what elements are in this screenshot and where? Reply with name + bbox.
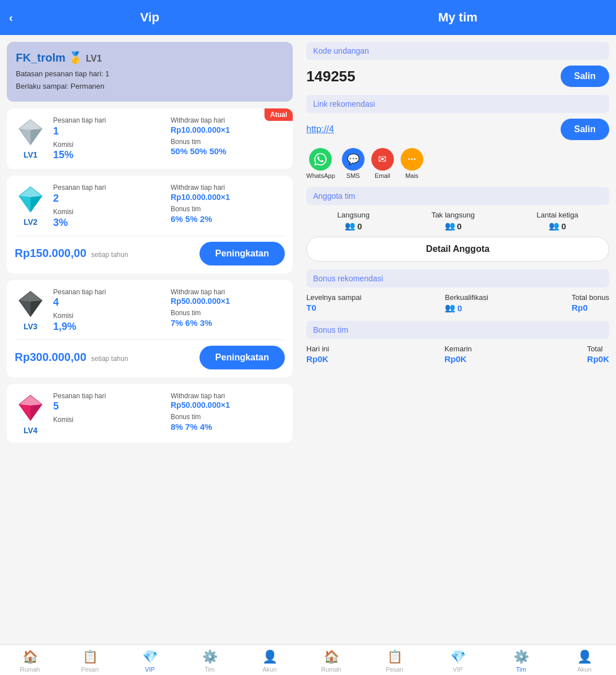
nav-tim-right[interactable]: ⚙️ Tim xyxy=(489,650,553,673)
bonus-rekomendasi-section: Levelnya sampai T0 Berkualifikasi 👥0 Tot… xyxy=(306,293,609,313)
nav-vip-right[interactable]: 💎 VIP xyxy=(426,650,489,673)
komisi-label-lv2: Komisi xyxy=(53,208,167,217)
lv4-label: LV4 xyxy=(24,426,38,435)
daily-order-limit: Batasan pesanan tiap hari: 1 xyxy=(16,68,284,80)
user-level: LV1 xyxy=(86,54,102,63)
whatsapp-share-button[interactable]: WhatsApp xyxy=(306,148,335,179)
nav-tim-left[interactable]: ⚙️ Tim xyxy=(180,650,240,673)
lantai-ketiga-label: Lantai ketiga xyxy=(537,211,579,219)
svg-marker-1 xyxy=(19,120,42,130)
lv3-label: LV3 xyxy=(24,322,38,331)
withdraw-label-lv2: Withdraw tiap hari xyxy=(171,184,285,193)
lantai-ketiga-value: 👥0 xyxy=(549,221,566,231)
komisi-label-lv3: Komisi xyxy=(53,312,167,321)
kemarin-col: Kemarin Rp0K xyxy=(444,345,471,364)
sms-share-button[interactable]: 💬 SMS xyxy=(342,148,365,179)
berkualifikasi-col: Berkualifikasi 👥0 xyxy=(445,293,488,313)
vip-icon-left: 💎 xyxy=(142,650,158,664)
bonus-label-lv3: Bonus tim xyxy=(171,309,285,318)
back-button[interactable]: ‹ xyxy=(9,11,13,24)
pesanan-value-lv4: 5 xyxy=(53,400,167,412)
levelnya-value: T0 xyxy=(306,303,362,312)
bonus-tim-header: Bonus tim xyxy=(306,321,609,339)
salin-kode-button[interactable]: Salin xyxy=(561,66,609,87)
komisi-label-lv4: Komisi xyxy=(53,416,167,425)
bonus-tim-section: Hari ini Rp0K Kemarin Rp0K Total Rp0K xyxy=(306,345,609,364)
hari-ini-label: Hari ini xyxy=(306,345,329,353)
komisi-value-lv3: 1,9% xyxy=(53,321,167,333)
total-bonus-label: Total bonus xyxy=(572,293,610,302)
user-card: FK_trolm 🥇 LV1 Batasan pesanan tiap hari… xyxy=(7,42,293,102)
akun-icon-right: 👤 xyxy=(577,650,592,664)
diamond-lv1 xyxy=(15,116,46,148)
nav-akun-label-left: Akun xyxy=(262,666,276,673)
langsung-label: Langsung xyxy=(337,211,370,219)
nav-akun-label-right: Akun xyxy=(577,666,591,673)
bonus-rekomendasi-grid: Levelnya sampai T0 Berkualifikasi 👥0 Tot… xyxy=(306,293,609,313)
nav-akun-right[interactable]: 👤 Akun xyxy=(553,650,616,673)
sms-icon: 💬 xyxy=(342,148,365,171)
lv2-price: Rp150.000,00 xyxy=(15,247,86,259)
nav-pesan-left[interactable]: 📋 Pesan xyxy=(60,650,120,673)
withdraw-label-lv3: Withdraw tiap hari xyxy=(171,288,285,297)
vip-card-lv3: LV3 Pesanan tiap hari 4 Komisi 1,9% With… xyxy=(7,280,293,377)
nav-rumah-left[interactable]: 🏠 Rumah xyxy=(0,650,60,673)
bonus-values-lv3: 7% 6% 3% xyxy=(171,318,285,328)
lv2-upgrade-button[interactable]: Peningkatan xyxy=(199,242,285,265)
home-icon-right: 🏠 xyxy=(324,650,339,664)
bonus-values-lv4: 8% 7% 4% xyxy=(171,422,285,432)
right-bottom-nav: 🏠 Rumah 📋 Pesan 💎 VIP ⚙️ Tim 👤 Akun xyxy=(300,644,616,675)
bonus-values-lv2: 6% 5% 2% xyxy=(171,214,285,224)
nav-tim-label-left: Tim xyxy=(205,666,215,673)
withdraw-value-lv4: Rp50.000.000×1 xyxy=(171,400,285,410)
pesan-icon-left: 📋 xyxy=(83,650,98,664)
user-name: FK_trolm 🥇 LV1 xyxy=(16,51,284,64)
tim-icon-right: ⚙️ xyxy=(514,650,529,664)
lv3-price: Rp300.000,00 xyxy=(15,351,86,363)
anggota-tim-header: Anggota tim xyxy=(306,187,609,205)
nav-rumah-right[interactable]: 🏠 Rumah xyxy=(300,650,363,673)
pesanan-label-lv4: Pesanan tiap hari xyxy=(53,392,167,401)
mais-icon: ··· xyxy=(401,148,423,171)
nav-akun-left[interactable]: 👤 Akun xyxy=(240,650,300,673)
mais-share-button[interactable]: ··· Mais xyxy=(401,148,423,179)
pesanan-value-lv2: 2 xyxy=(53,193,167,204)
anggota-section: Langsung 👥0 Tak langsung 👥0 Lantai ketig… xyxy=(306,211,609,262)
pesanan-label-lv1: Pesanan tiap hari xyxy=(53,116,167,125)
nav-pesan-label-right: Pesan xyxy=(385,666,403,673)
nav-vip-left[interactable]: 💎 VIP xyxy=(120,650,180,673)
mytim-title: My tim xyxy=(438,10,478,24)
email-share-button[interactable]: ✉ Email xyxy=(371,148,394,179)
lv3-upgrade-button[interactable]: Peningkatan xyxy=(199,346,285,369)
pesan-icon-right: 📋 xyxy=(387,650,402,664)
email-icon: ✉ xyxy=(371,148,394,171)
atual-badge: Atual xyxy=(264,108,293,121)
invite-code-row: 149255 Salin xyxy=(306,66,609,87)
mytim-header: My tim xyxy=(300,0,616,35)
nav-pesan-right[interactable]: 📋 Pesan xyxy=(363,650,426,673)
total-bonus-value: Rp0 xyxy=(572,303,610,312)
nav-tim-label-right: Tim xyxy=(516,666,526,673)
bonus-tim-grid: Hari ini Rp0K Kemarin Rp0K Total Rp0K xyxy=(306,345,609,364)
svg-marker-13 xyxy=(19,395,42,406)
withdraw-value-lv2: Rp10.000.000×1 xyxy=(171,193,285,202)
hari-ini-col: Hari ini Rp0K xyxy=(306,345,329,364)
salin-link-button[interactable]: Salin xyxy=(561,119,609,140)
hari-ini-value: Rp0K xyxy=(306,354,329,364)
left-panel: ‹ Vip FK_trolm 🥇 LV1 Batasan pesanan tia… xyxy=(0,0,300,675)
mytim-content: Kode undangan 149255 Salin Link rekomend… xyxy=(300,35,616,644)
svg-marker-5 xyxy=(19,187,42,197)
levelnya-col: Levelnya sampai T0 xyxy=(306,293,362,313)
lv3-price-sub: setiap tahun xyxy=(91,355,128,363)
berkualifikasi-label: Berkualifikasi xyxy=(445,293,488,302)
right-panel: My tim Kode undangan 149255 Salin Link r… xyxy=(300,0,616,675)
anggota-stats: Langsung 👥0 Tak langsung 👥0 Lantai ketig… xyxy=(306,211,609,231)
lv2-price-sub: setiap tahun xyxy=(91,251,128,259)
diamond-lv3 xyxy=(15,288,46,320)
langsung-stat: Langsung 👥0 xyxy=(337,211,370,231)
nav-vip-label-right: VIP xyxy=(453,666,463,673)
diamond-lv4 xyxy=(15,392,46,424)
share-buttons-row: WhatsApp 💬 SMS ✉ Email ··· Mais xyxy=(306,148,609,179)
detail-anggota-button[interactable]: Detail Anggota xyxy=(306,237,609,262)
vip-icon-right: 💎 xyxy=(450,650,466,664)
